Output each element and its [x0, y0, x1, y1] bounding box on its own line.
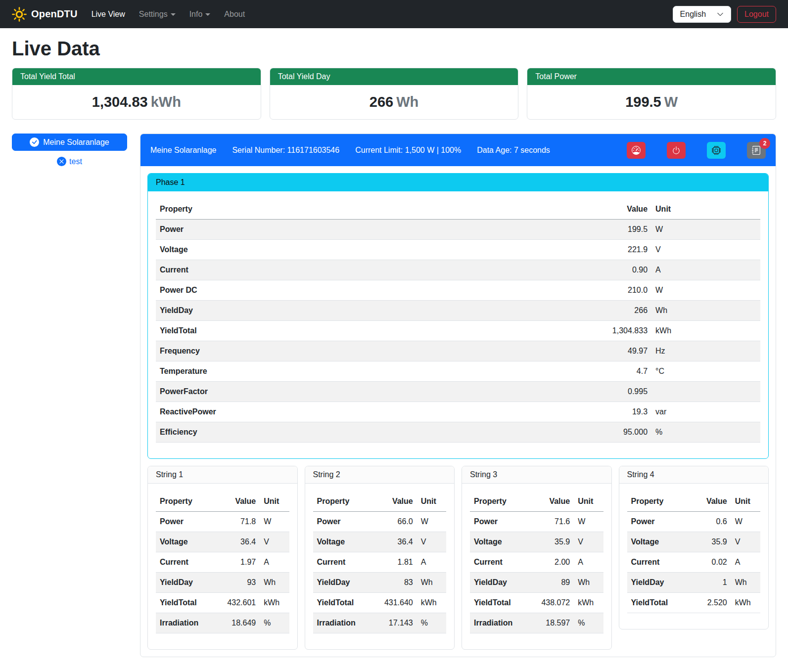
table-row: Current2.00A [470, 552, 603, 573]
table-row: Power71.6W [470, 512, 603, 532]
sidebar-item-label: test [69, 157, 82, 166]
string-title: String 3 [462, 466, 611, 484]
inverter-name: Meine Solaranlage [150, 146, 216, 155]
table-row: YieldTotal432.601kWh [156, 593, 289, 613]
inverter-panel-body: Phase 1 Property Value Unit [140, 166, 776, 657]
chevron-down-icon [717, 11, 724, 18]
table-row: YieldDay89Wh [470, 573, 603, 593]
card-value-row: 199.5W [527, 85, 776, 119]
page-title: Live Data [12, 37, 776, 60]
device-info-button[interactable] [707, 142, 726, 159]
total-power-card: Total Power 199.5W [527, 68, 776, 120]
table-header-row: Property Value Unit [470, 492, 603, 512]
phase-1-card: Phase 1 Property Value Unit [147, 173, 769, 459]
sidebar-item-meine-solaranlage[interactable]: Meine Solaranlage [12, 134, 127, 151]
card-title: Total Yield Day [270, 68, 518, 85]
limit-settings-button[interactable] [627, 142, 646, 159]
event-log-button[interactable]: 2 [747, 142, 766, 159]
nav-link-live-view[interactable]: Live View [92, 10, 125, 19]
table-row: Irradiation17.143% [313, 613, 447, 633]
string-title: String 4 [619, 466, 769, 484]
string-2-table: Property Value Unit Power66.0W Voltage36… [313, 492, 447, 633]
table-row: Voltage221.9V [156, 240, 760, 260]
phase-table: Property Value Unit Power199.5W Voltage2… [156, 199, 760, 443]
event-count-badge: 2 [759, 138, 770, 149]
brand[interactable]: OpenDTU [12, 7, 78, 22]
speedometer-icon [632, 146, 641, 155]
table-header-row: Property Value Unit [313, 492, 447, 512]
caret-down-icon [205, 13, 210, 16]
string-4-card: String 4 Property Value Unit [619, 466, 769, 629]
table-row: Efficiency95.000% [156, 422, 760, 443]
string-title: String 2 [305, 466, 455, 484]
table-row: ReactivePower19.3var [156, 402, 760, 422]
card-unit: Wh [396, 94, 418, 110]
table-row: YieldTotal431.640kWh [313, 593, 447, 613]
string-title: String 1 [148, 466, 297, 484]
column-unit: Unit [651, 199, 760, 220]
string-2-card: String 2 Property Value Unit [305, 466, 455, 650]
cpu-icon [712, 146, 721, 155]
sidebar-item-test[interactable]: test [12, 157, 127, 166]
column-value: Value [579, 199, 651, 220]
table-row: YieldDay1Wh [627, 573, 761, 593]
phase-title: Phase 1 [148, 174, 768, 191]
nav-link-settings[interactable]: Settings [139, 10, 176, 19]
table-row: YieldDay93Wh [156, 573, 289, 593]
language-select[interactable]: English [673, 6, 731, 23]
table-header-row: Property Value Unit [627, 492, 761, 512]
table-row: Power DC210.0W [156, 280, 760, 301]
sidebar-item-label: Meine Solaranlage [43, 138, 109, 147]
strings-row: String 1 Property Value Unit [147, 466, 769, 650]
total-yield-total-card: Total Yield Total 1,304.83kWh [12, 68, 261, 120]
column-property: Property [156, 199, 579, 220]
table-row: YieldDay83Wh [313, 573, 447, 593]
inverter-limit: Current Limit: 1,500 W | 100% [355, 146, 461, 155]
sun-logo-icon [12, 7, 27, 22]
inverter-panel: Meine Solaranlage Serial Number: 1161716… [140, 134, 776, 657]
table-row: Voltage36.4V [313, 532, 447, 552]
string-1-card: String 1 Property Value Unit [147, 466, 298, 650]
string-4-table: Property Value Unit Power0.6W Voltage35.… [627, 492, 761, 613]
table-row: YieldDay266Wh [156, 301, 760, 321]
table-header-row: Property Value Unit [156, 492, 289, 512]
table-row: Current0.90A [156, 260, 760, 280]
string-1-table: Property Value Unit Power71.8W Voltage36… [156, 492, 289, 633]
language-value: English [680, 10, 706, 19]
card-value: 1,304.83 [92, 94, 148, 110]
card-unit: kWh [151, 94, 181, 110]
card-value-row: 266Wh [270, 85, 518, 119]
card-title: Total Yield Total [12, 68, 261, 85]
brand-title: OpenDTU [31, 8, 78, 20]
check-circle-icon [30, 137, 39, 147]
table-row: Current0.02A [627, 552, 761, 573]
total-yield-day-card: Total Yield Day 266Wh [270, 68, 519, 120]
inverter-sidebar: Meine Solaranlage test [12, 134, 127, 166]
table-row: PowerFactor0.995 [156, 382, 760, 402]
nav-link-about[interactable]: About [224, 10, 245, 19]
string-3-table: Property Value Unit Power71.6W Voltage35… [470, 492, 603, 633]
navbar: OpenDTU Live View Settings Info About En… [0, 0, 788, 28]
inverter-data-age: Data Age: 7 seconds [477, 146, 550, 155]
power-button[interactable] [667, 142, 686, 159]
phase-card-body: Property Value Unit Power199.5W Voltage2… [148, 191, 768, 458]
summary-cards: Total Yield Total 1,304.83kWh Total Yiel… [12, 68, 776, 120]
nav-link-info[interactable]: Info [189, 10, 211, 19]
inverter-serial: Serial Number: 116171603546 [232, 146, 339, 155]
power-icon [672, 146, 681, 155]
x-circle-icon [57, 157, 66, 166]
table-row: YieldTotal2.520kWh [627, 593, 761, 613]
caret-down-icon [171, 13, 176, 16]
table-row: Power199.5W [156, 220, 760, 240]
nav-right: English Logout [673, 6, 776, 23]
table-row: Power66.0W [313, 512, 447, 532]
table-row: Frequency49.97Hz [156, 341, 760, 361]
logout-button[interactable]: Logout [737, 6, 776, 23]
nav-links: Live View Settings Info About [92, 10, 673, 19]
journal-text-icon [752, 146, 761, 155]
card-value: 199.5 [625, 94, 661, 110]
table-row: Current1.97A [156, 552, 289, 573]
main-content: Live Data Total Yield Total 1,304.83kWh … [0, 37, 788, 669]
inverter-panel-header: Meine Solaranlage Serial Number: 1161716… [140, 134, 776, 166]
string-3-card: String 3 Property Value Unit [462, 466, 612, 650]
